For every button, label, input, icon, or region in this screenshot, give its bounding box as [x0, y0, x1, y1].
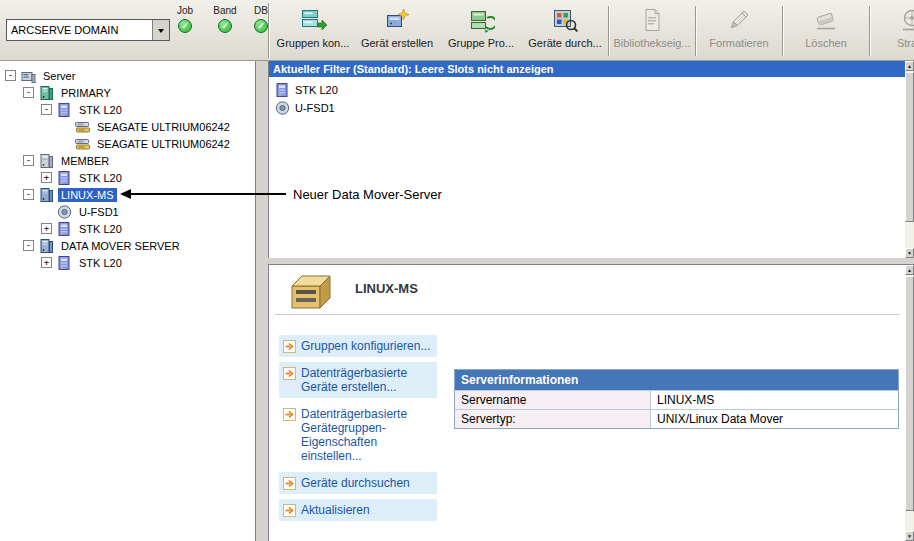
- table-cell-value: UNIX/Linux Data Mover: [651, 410, 898, 428]
- tape-library-icon: [56, 221, 73, 237]
- collapse-toggle-icon[interactable]: -: [5, 70, 16, 81]
- toolbar-button-label: Bibliothekseig...: [613, 37, 690, 49]
- tree-node-label: DATA MOVER SERVER: [58, 239, 183, 253]
- toolbar-buttons: Gruppen kon...Gerät erstellenGruppe Pro.…: [271, 0, 914, 61]
- tree-node-seagate-ultrium06242[interactable]: SEAGATE ULTRIUM06242: [0, 118, 255, 135]
- tree-node-stk-l20[interactable]: -STK L20: [0, 101, 255, 118]
- toolbar-button-label: Gruppen kon...: [277, 37, 350, 49]
- linux-server-icon: [38, 187, 55, 203]
- expand-toggle-icon[interactable]: +: [41, 172, 52, 183]
- tree-node-stk-l20[interactable]: +STK L20: [0, 169, 255, 186]
- task-link-aktualisieren[interactable]: Aktualisieren: [279, 499, 437, 521]
- server-info-table-header: Serverinformationen: [455, 370, 898, 390]
- toolbar-separator: [695, 6, 696, 56]
- annotation-label: Neuer Data Mover-Server: [293, 187, 442, 202]
- task-link-ger-te-durchsuchen[interactable]: Geräte durchsuchen: [279, 472, 437, 494]
- toolbar-button-label: Straffe: [897, 37, 914, 49]
- primary-server-icon: [38, 85, 55, 101]
- task-arrow-icon: [283, 367, 296, 380]
- tree-node-label: PRIMARY: [58, 86, 114, 100]
- status-band: Band✓: [204, 5, 246, 33]
- tree-node-label: STK L20: [76, 171, 125, 185]
- task-link-datentr-gerbasierte-ger-te-erstellen[interactable]: Datenträgerbasierte Geräte erstellen...: [279, 362, 437, 398]
- toolbar-button-ger-te-durch[interactable]: Geräte durch...: [523, 2, 607, 60]
- scroll-down-icon[interactable]: ▼: [905, 248, 914, 258]
- tree-node-u-fsd1[interactable]: U-FSD1: [0, 203, 255, 220]
- detail-pane-scrollbar[interactable]: ▲ ▼: [905, 265, 914, 541]
- collapse-toggle-icon[interactable]: -: [23, 155, 34, 166]
- tape-library-icon: [56, 102, 73, 118]
- toolbar-button-ger-t-erstellen[interactable]: Gerät erstellen: [355, 2, 439, 60]
- toggle-spacer: [59, 121, 70, 132]
- library-properties-icon: [638, 6, 666, 34]
- collapse-toggle-icon[interactable]: -: [23, 87, 34, 98]
- task-arrow-icon: [283, 504, 296, 517]
- scroll-thumb[interactable]: [905, 276, 914, 511]
- divider: [275, 314, 900, 315]
- expand-toggle-icon[interactable]: +: [41, 223, 52, 234]
- tree-node-label: U-FSD1: [76, 205, 122, 219]
- tree-node-label: STK L20: [76, 103, 125, 117]
- toolbar-separator: [608, 6, 609, 56]
- scroll-up-icon[interactable]: ▲: [905, 265, 914, 275]
- tape-library-icon: [56, 170, 73, 186]
- retension-icon: [899, 6, 914, 34]
- device-item-stk-l20[interactable]: STK L20: [274, 81, 338, 99]
- tree-node-data-mover-server[interactable]: -DATA MOVER SERVER: [0, 237, 255, 254]
- tree-node-member[interactable]: -MEMBER: [0, 152, 255, 169]
- device-list: STK L20U-FSD1: [274, 81, 338, 117]
- task-link-datentr-gerbasierte-ger-tegruppen-eigenschaften-einstellen[interactable]: Datenträgerbasierte Gerätegruppen-Eigens…: [279, 403, 437, 467]
- toggle-spacer: [41, 206, 52, 217]
- status-job: Job✓: [166, 5, 204, 33]
- detail-title: LINUX-MS: [355, 281, 418, 296]
- tree-node-stk-l20[interactable]: +STK L20: [0, 220, 255, 237]
- toolbar-button-label: Gerät erstellen: [361, 37, 433, 49]
- tree-node-label: SEAGATE ULTRIUM06242: [94, 120, 233, 134]
- status-label: Job: [166, 5, 204, 16]
- collapse-toggle-icon[interactable]: -: [23, 240, 34, 251]
- task-arrow-icon: [283, 340, 296, 353]
- create-device-icon: [383, 6, 411, 34]
- vertical-splitter[interactable]: [257, 61, 268, 541]
- task-link-label: Geräte durchsuchen: [301, 476, 410, 490]
- task-arrow-icon: [283, 408, 296, 421]
- toolbar-button-bibliothekseig: Bibliothekseig...: [610, 2, 694, 60]
- tree-node-primary[interactable]: -PRIMARY: [0, 84, 255, 101]
- scroll-thumb[interactable]: [905, 72, 914, 222]
- server-tree: -Server-PRIMARY-STK L20SEAGATE ULTRIUM06…: [0, 61, 256, 541]
- toolbar-button-gruppe-pro[interactable]: Gruppe Pro...: [439, 2, 523, 60]
- task-link-gruppen-konfigurieren[interactable]: Gruppen konfigurieren...: [279, 335, 437, 357]
- fsd-icon: [56, 204, 73, 220]
- tree-node-stk-l20[interactable]: +STK L20: [0, 254, 255, 271]
- table-row-servertyp: Servertyp:UNIX/Linux Data Mover: [455, 409, 898, 428]
- toolbar-separator: [869, 6, 870, 56]
- tree-node-seagate-ultrium06242[interactable]: SEAGATE ULTRIUM06242: [0, 135, 255, 152]
- toggle-spacer: [59, 138, 70, 149]
- table-cell-key: Servertyp:: [455, 410, 651, 428]
- check-icon: ✓: [218, 19, 232, 33]
- device-item-u-fsd1[interactable]: U-FSD1: [274, 99, 338, 117]
- task-links: Gruppen konfigurieren...Datenträgerbasie…: [279, 335, 437, 526]
- device-manager-window: ARCSERVE DOMAIN Job✓Band✓DB✓ Gruppen kon…: [0, 0, 914, 541]
- scroll-down-icon[interactable]: ▼: [905, 531, 914, 541]
- collapse-toggle-icon[interactable]: -: [41, 104, 52, 115]
- domain-select[interactable]: ARCSERVE DOMAIN: [6, 19, 170, 41]
- member-server-icon: [38, 153, 55, 169]
- fsd-icon: [274, 100, 291, 116]
- chevron-down-icon: [158, 29, 164, 36]
- collapse-toggle-icon[interactable]: -: [23, 189, 34, 200]
- tree-node-server[interactable]: -Server: [0, 67, 255, 84]
- tree-node-label: Server: [40, 69, 78, 83]
- expand-toggle-icon[interactable]: +: [41, 257, 52, 268]
- toolbar-button-straffe: Straffe: [871, 2, 914, 60]
- device-list-pane: Aktueller Filter (Standard): Leere Slots…: [268, 61, 914, 258]
- toolbar-button-label: Geräte durch...: [528, 37, 601, 49]
- toolbar-separator: [782, 6, 783, 56]
- tree-node-label: MEMBER: [58, 154, 112, 168]
- tape-drive-icon: [74, 119, 91, 135]
- device-list-scrollbar[interactable]: ▲ ▼: [905, 61, 914, 258]
- toolbar-button-gruppen-kon[interactable]: Gruppen kon...: [271, 2, 355, 60]
- task-link-label: Datenträgerbasierte Geräte erstellen...: [301, 366, 433, 394]
- tree-node-label: SEAGATE ULTRIUM06242: [94, 137, 233, 151]
- scroll-up-icon[interactable]: ▲: [905, 61, 914, 71]
